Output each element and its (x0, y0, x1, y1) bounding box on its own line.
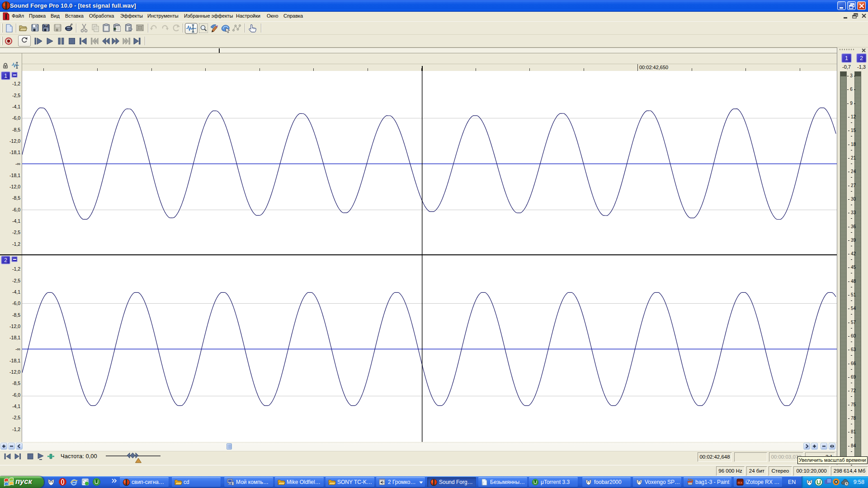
svg-text:?: ? (45, 24, 47, 28)
svg-text:RX: RX (737, 481, 743, 485)
